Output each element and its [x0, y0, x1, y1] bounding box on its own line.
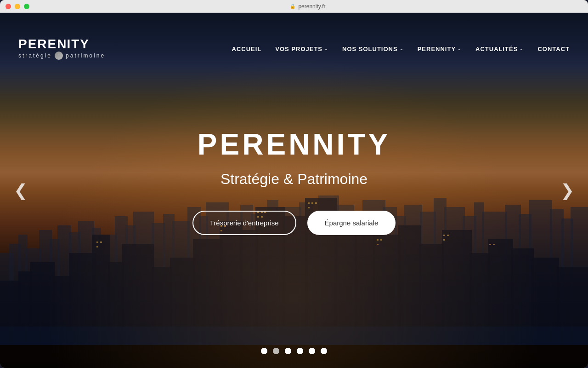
epargne-button[interactable]: Épargne salariale: [307, 211, 396, 235]
prev-arrow[interactable]: ❮: [9, 176, 32, 205]
dot-6[interactable]: [321, 348, 327, 354]
dot-1[interactable]: [261, 348, 267, 354]
chevron-down-icon: ⌄: [458, 46, 462, 51]
logo-sub-right: patrimoine: [66, 52, 105, 59]
browser-window: 🔒 perennity.fr: [0, 0, 588, 368]
hero-title: PERENNITY: [198, 127, 390, 161]
logo[interactable]: PERE N ITY stratégie patrimoine: [18, 38, 105, 60]
dot-3[interactable]: [285, 348, 291, 354]
chevron-down-icon: ⌄: [324, 46, 328, 51]
main-nav: ACCUEIL VOS PROJETS ⌄ NOS SOLUTIONS ⌄ PE…: [232, 46, 570, 52]
nav-contact[interactable]: CONTACT: [537, 46, 570, 52]
url-text: perennity.fr: [298, 3, 325, 10]
chevron-down-icon: ⌄: [520, 46, 524, 51]
next-arrow[interactable]: ❯: [556, 176, 579, 205]
nav-nos-solutions[interactable]: NOS SOLUTIONS ⌄: [342, 46, 404, 52]
dot-5[interactable]: [309, 348, 315, 354]
minimize-button[interactable]: [15, 4, 20, 9]
logo-dot-icon: [55, 52, 63, 60]
url-bar[interactable]: 🔒 perennity.fr: [33, 3, 582, 10]
hero-buttons: Trésorerie d'entreprise Épargne salarial…: [192, 211, 396, 235]
logo-subtitle: stratégie patrimoine: [18, 52, 105, 60]
nav-perennity[interactable]: PERENNITY ⌄: [418, 46, 462, 52]
slider-dots: [261, 348, 327, 354]
logo-title: PERE N ITY: [18, 38, 105, 51]
maximize-button[interactable]: [24, 4, 29, 9]
title-bar: 🔒 perennity.fr: [0, 0, 588, 13]
nav-vos-projets[interactable]: VOS PROJETS ⌄: [275, 46, 328, 52]
header: PERE N ITY stratégie patrimoine ACCUEIL …: [0, 26, 588, 72]
hero-section: PERE N ITY stratégie patrimoine ACCUEIL …: [0, 13, 588, 368]
nav-actualites[interactable]: ACTUALITÉS ⌄: [475, 46, 524, 52]
close-button[interactable]: [6, 4, 11, 9]
chevron-down-icon: ⌄: [400, 46, 404, 51]
logo-sub-left: stratégie: [18, 52, 52, 59]
tresorerie-button[interactable]: Trésorerie d'entreprise: [192, 211, 296, 235]
dot-2[interactable]: [273, 348, 279, 354]
nav-accueil[interactable]: ACCUEIL: [232, 46, 262, 52]
dot-4[interactable]: [297, 348, 303, 354]
lock-icon: 🔒: [290, 4, 295, 9]
hero-subtitle: Stratégie & Patrimoine: [220, 171, 368, 188]
